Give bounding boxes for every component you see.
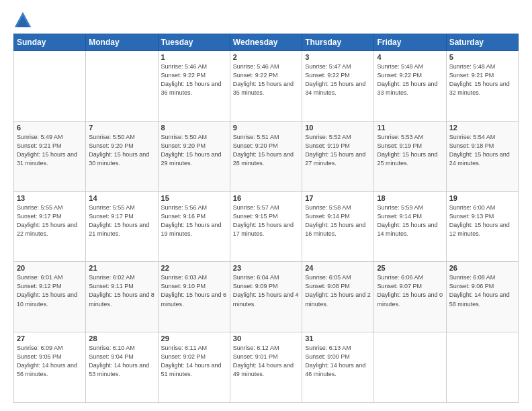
calendar-cell: 8Sunrise: 5:50 AM Sunset: 9:20 PM Daylig… — [158, 121, 230, 191]
day-info: Sunrise: 5:46 AM Sunset: 9:22 PM Dayligh… — [161, 62, 227, 97]
day-info: Sunrise: 5:54 AM Sunset: 9:18 PM Dayligh… — [449, 133, 515, 168]
calendar-week-row: 6Sunrise: 5:49 AM Sunset: 9:21 PM Daylig… — [14, 121, 519, 191]
calendar-cell: 27Sunrise: 6:09 AM Sunset: 9:05 PM Dayli… — [14, 332, 86, 403]
calendar-cell: 10Sunrise: 5:52 AM Sunset: 9:19 PM Dayli… — [302, 121, 374, 191]
calendar-week-row: 20Sunrise: 6:01 AM Sunset: 9:12 PM Dayli… — [14, 262, 519, 332]
calendar-cell: 19Sunrise: 6:00 AM Sunset: 9:13 PM Dayli… — [446, 191, 518, 262]
calendar-cell: 2Sunrise: 5:46 AM Sunset: 9:22 PM Daylig… — [230, 51, 302, 122]
day-number: 11 — [377, 124, 443, 132]
day-number: 8 — [161, 124, 227, 132]
day-info: Sunrise: 5:50 AM Sunset: 9:20 PM Dayligh… — [161, 133, 227, 168]
day-number: 1 — [161, 53, 227, 61]
day-number: 20 — [17, 264, 83, 272]
day-number: 9 — [233, 124, 299, 132]
day-info: Sunrise: 5:47 AM Sunset: 9:22 PM Dayligh… — [305, 62, 371, 97]
day-info: Sunrise: 6:06 AM Sunset: 9:07 PM Dayligh… — [377, 273, 443, 308]
day-info: Sunrise: 6:01 AM Sunset: 9:12 PM Dayligh… — [17, 273, 83, 308]
day-number: 19 — [449, 194, 515, 202]
day-info: Sunrise: 6:13 AM Sunset: 9:00 PM Dayligh… — [305, 344, 371, 379]
calendar-cell — [86, 51, 158, 122]
calendar-cell — [374, 332, 446, 403]
day-number: 5 — [449, 53, 515, 61]
calendar-cell: 6Sunrise: 5:49 AM Sunset: 9:21 PM Daylig… — [14, 121, 86, 191]
calendar-cell: 23Sunrise: 6:04 AM Sunset: 9:09 PM Dayli… — [230, 262, 302, 332]
calendar-cell: 9Sunrise: 5:51 AM Sunset: 9:20 PM Daylig… — [230, 121, 302, 191]
calendar-table: SundayMondayTuesdayWednesdayThursdayFrid… — [13, 34, 519, 403]
calendar-cell: 11Sunrise: 5:53 AM Sunset: 9:19 PM Dayli… — [374, 121, 446, 191]
day-number: 27 — [17, 334, 83, 342]
day-info: Sunrise: 5:59 AM Sunset: 9:14 PM Dayligh… — [377, 203, 443, 238]
calendar-cell — [14, 51, 86, 122]
calendar-cell: 3Sunrise: 5:47 AM Sunset: 9:22 PM Daylig… — [302, 51, 374, 122]
day-number: 3 — [305, 53, 371, 61]
calendar-cell: 29Sunrise: 6:11 AM Sunset: 9:02 PM Dayli… — [158, 332, 230, 403]
day-info: Sunrise: 5:50 AM Sunset: 9:20 PM Dayligh… — [89, 133, 154, 168]
day-number: 4 — [377, 53, 443, 61]
day-number: 26 — [449, 264, 515, 272]
day-number: 2 — [233, 53, 299, 61]
calendar-cell: 16Sunrise: 5:57 AM Sunset: 9:15 PM Dayli… — [230, 191, 302, 262]
day-info: Sunrise: 6:11 AM Sunset: 9:02 PM Dayligh… — [161, 344, 227, 379]
calendar-cell: 7Sunrise: 5:50 AM Sunset: 9:20 PM Daylig… — [86, 121, 158, 191]
day-number: 25 — [377, 264, 443, 272]
day-number: 22 — [161, 264, 227, 272]
day-number: 31 — [305, 334, 371, 342]
day-number: 6 — [17, 124, 83, 132]
calendar-cell: 31Sunrise: 6:13 AM Sunset: 9:00 PM Dayli… — [302, 332, 374, 403]
day-number: 14 — [89, 194, 154, 202]
calendar-weekday-monday: Monday — [86, 34, 158, 51]
calendar-cell: 1Sunrise: 5:46 AM Sunset: 9:22 PM Daylig… — [158, 51, 230, 122]
logo-icon — [13, 11, 32, 30]
calendar-cell: 5Sunrise: 5:48 AM Sunset: 9:21 PM Daylig… — [446, 51, 518, 122]
day-number: 17 — [305, 194, 371, 202]
day-number: 18 — [377, 194, 443, 202]
day-info: Sunrise: 5:52 AM Sunset: 9:19 PM Dayligh… — [305, 133, 371, 168]
calendar-weekday-saturday: Saturday — [446, 34, 518, 51]
day-number: 29 — [161, 334, 227, 342]
day-info: Sunrise: 5:57 AM Sunset: 9:15 PM Dayligh… — [233, 203, 299, 238]
day-info: Sunrise: 6:03 AM Sunset: 9:10 PM Dayligh… — [161, 273, 227, 308]
calendar-cell: 30Sunrise: 6:12 AM Sunset: 9:01 PM Dayli… — [230, 332, 302, 403]
logo — [13, 11, 35, 30]
day-number: 13 — [17, 194, 83, 202]
day-number: 16 — [233, 194, 299, 202]
day-number: 10 — [305, 124, 371, 132]
day-info: Sunrise: 6:04 AM Sunset: 9:09 PM Dayligh… — [233, 273, 299, 308]
calendar-weekday-tuesday: Tuesday — [158, 34, 230, 51]
calendar-cell: 20Sunrise: 6:01 AM Sunset: 9:12 PM Dayli… — [14, 262, 86, 332]
day-info: Sunrise: 6:09 AM Sunset: 9:05 PM Dayligh… — [17, 344, 83, 379]
day-info: Sunrise: 5:55 AM Sunset: 9:17 PM Dayligh… — [17, 203, 83, 238]
calendar-cell: 15Sunrise: 5:56 AM Sunset: 9:16 PM Dayli… — [158, 191, 230, 262]
day-number: 21 — [89, 264, 154, 272]
calendar-week-row: 13Sunrise: 5:55 AM Sunset: 9:17 PM Dayli… — [14, 191, 519, 262]
calendar-cell: 18Sunrise: 5:59 AM Sunset: 9:14 PM Dayli… — [374, 191, 446, 262]
day-number: 24 — [305, 264, 371, 272]
day-info: Sunrise: 6:08 AM Sunset: 9:06 PM Dayligh… — [449, 273, 515, 308]
day-info: Sunrise: 5:55 AM Sunset: 9:17 PM Dayligh… — [89, 203, 154, 238]
page: SundayMondayTuesdayWednesdayThursdayFrid… — [0, 0, 532, 411]
day-info: Sunrise: 6:12 AM Sunset: 9:01 PM Dayligh… — [233, 344, 299, 379]
day-info: Sunrise: 5:53 AM Sunset: 9:19 PM Dayligh… — [377, 133, 443, 168]
calendar-cell: 12Sunrise: 5:54 AM Sunset: 9:18 PM Dayli… — [446, 121, 518, 191]
calendar-weekday-thursday: Thursday — [302, 34, 374, 51]
calendar-cell: 17Sunrise: 5:58 AM Sunset: 9:14 PM Dayli… — [302, 191, 374, 262]
calendar-weekday-wednesday: Wednesday — [230, 34, 302, 51]
day-info: Sunrise: 6:00 AM Sunset: 9:13 PM Dayligh… — [449, 203, 515, 238]
day-number: 30 — [233, 334, 299, 342]
day-number: 12 — [449, 124, 515, 132]
calendar-cell: 13Sunrise: 5:55 AM Sunset: 9:17 PM Dayli… — [14, 191, 86, 262]
calendar-cell: 21Sunrise: 6:02 AM Sunset: 9:11 PM Dayli… — [86, 262, 158, 332]
day-info: Sunrise: 5:51 AM Sunset: 9:20 PM Dayligh… — [233, 133, 299, 168]
header — [13, 11, 519, 30]
calendar-cell — [446, 332, 518, 403]
calendar-cell: 25Sunrise: 6:06 AM Sunset: 9:07 PM Dayli… — [374, 262, 446, 332]
day-info: Sunrise: 5:46 AM Sunset: 9:22 PM Dayligh… — [233, 62, 299, 97]
day-info: Sunrise: 5:58 AM Sunset: 9:14 PM Dayligh… — [305, 203, 371, 238]
day-number: 23 — [233, 264, 299, 272]
day-info: Sunrise: 5:48 AM Sunset: 9:21 PM Dayligh… — [449, 62, 515, 97]
calendar-cell: 22Sunrise: 6:03 AM Sunset: 9:10 PM Dayli… — [158, 262, 230, 332]
day-info: Sunrise: 5:56 AM Sunset: 9:16 PM Dayligh… — [161, 203, 227, 238]
calendar-weekday-sunday: Sunday — [14, 34, 86, 51]
day-number: 7 — [89, 124, 154, 132]
calendar-cell: 14Sunrise: 5:55 AM Sunset: 9:17 PM Dayli… — [86, 191, 158, 262]
